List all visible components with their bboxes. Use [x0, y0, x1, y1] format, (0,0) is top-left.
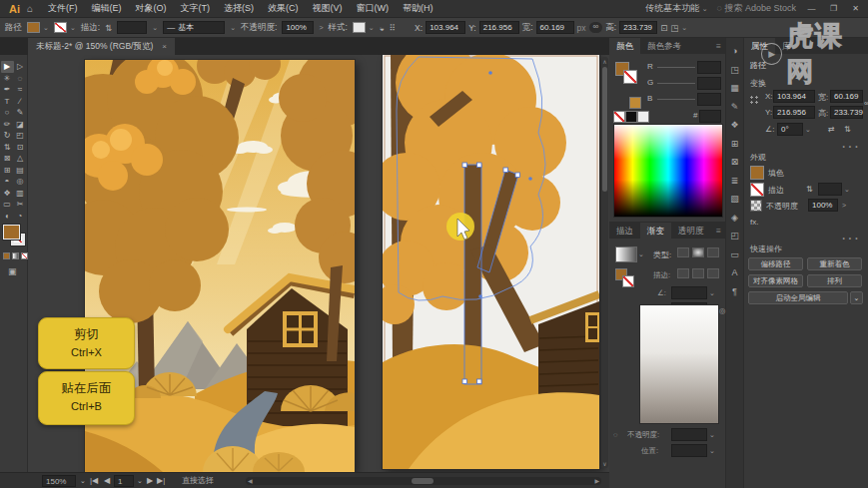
tool-eyedropper[interactable]: ◓ — [1, 176, 14, 188]
restore-button[interactable]: ❐ — [827, 4, 840, 13]
gradient-opacity-input[interactable] — [671, 428, 707, 441]
flip-vertical-icon[interactable]: ⇅ — [844, 125, 851, 134]
tab-gradient[interactable]: 渐变 — [640, 223, 671, 239]
tab-transparency[interactable]: 透明度 — [671, 223, 711, 239]
brush-definition-dropdown[interactable]: — 基本 — [163, 21, 225, 34]
appearance-stroke-swatch[interactable] — [750, 183, 764, 197]
minimize-button[interactable]: — — [805, 4, 818, 13]
artboard-2[interactable] — [383, 55, 599, 469]
opacity-input[interactable]: 100% — [282, 21, 314, 34]
recolor-artwork-icon[interactable]: ◒ — [380, 23, 385, 33]
artboard-dropdown-icon[interactable]: ⌄ — [137, 475, 143, 487]
appearance-fill-swatch[interactable] — [750, 166, 764, 180]
panel-stroke-swatch[interactable] — [623, 70, 637, 84]
slider-b[interactable] — [657, 99, 695, 100]
stroke-within-button[interactable] — [677, 268, 689, 278]
tool-eraser[interactable]: ◪ — [14, 119, 27, 131]
vertical-scrollbar[interactable]: ∧ ∨ — [601, 57, 608, 468]
fill-type-gradient[interactable] — [12, 252, 19, 259]
image-trace-panel-icon[interactable]: ▧ — [730, 194, 739, 204]
panel-menu-icon[interactable]: ≡ — [716, 223, 725, 239]
screen-mode-icon[interactable]: ▣ — [8, 266, 17, 276]
horizontal-scroll-thumb[interactable] — [412, 478, 434, 484]
tool-artboard[interactable]: ▭ — [1, 199, 14, 211]
offset-path-button[interactable]: 偏移路径 — [748, 257, 803, 270]
gradient-swatch[interactable] — [615, 246, 637, 262]
color-guide-panel-icon[interactable]: ◳ — [730, 65, 739, 75]
swatches-panel-icon[interactable]: ▦ — [730, 83, 739, 93]
stroke-along-button[interactable] — [692, 268, 704, 278]
layers-panel-icon[interactable]: ◈ — [731, 213, 738, 223]
more-options-icon[interactable]: ··· — [841, 230, 860, 247]
tab-properties[interactable]: 属性 — [744, 38, 775, 54]
artboards-panel-icon[interactable]: ▭ — [730, 249, 739, 259]
symbols-panel-icon[interactable]: ❖ — [730, 120, 738, 130]
stroke-stepper-icon[interactable]: ⇅ — [806, 185, 813, 194]
stroke-color-swatch[interactable]: ⌄ — [54, 22, 76, 33]
style-dropdown[interactable]: ⌄ — [353, 22, 375, 33]
tool-lasso[interactable]: ◌ — [14, 73, 27, 85]
more-options-icon[interactable]: ··· — [841, 138, 860, 156]
x-input[interactable]: 103.964 — [426, 21, 465, 34]
scroll-down-icon[interactable]: ∨ — [601, 460, 608, 467]
asset-export-panel-icon[interactable]: ◰ — [730, 231, 739, 241]
tool-column-graph[interactable]: ▥ — [14, 188, 27, 200]
paragraph-panel-icon[interactable]: ¶ — [732, 286, 737, 296]
value-r[interactable] — [697, 61, 721, 74]
opacity-options-icon[interactable]: > — [319, 24, 323, 31]
transform-panel-icon[interactable]: ⊞ — [731, 139, 739, 149]
pathfinder-panel-icon[interactable]: ⊠ — [731, 157, 739, 167]
brushes-panel-icon[interactable]: ✎ — [731, 102, 739, 112]
none-swatch[interactable] — [613, 111, 625, 123]
tool-rotate[interactable]: ↻ — [1, 130, 14, 142]
stroke-weight-dropdown[interactable] — [818, 183, 842, 196]
prop-h-input[interactable]: 233.739 — [830, 106, 863, 119]
home-icon[interactable]: ⌂ — [27, 3, 33, 14]
tool-blend[interactable]: ◎ — [14, 176, 27, 188]
prop-y-input[interactable]: 216.956 — [773, 106, 815, 119]
link-icon[interactable]: ∞ — [864, 99, 868, 108]
freeform-gradient-button[interactable] — [707, 247, 719, 257]
tool-hand[interactable]: ◖ — [1, 211, 14, 223]
scroll-left-icon[interactable]: ◀ — [248, 477, 253, 485]
fill-color-swatch[interactable]: ⌄ — [27, 22, 49, 33]
opacity-options-icon[interactable]: > — [842, 202, 846, 209]
last-artboard-icon[interactable]: ▶| — [157, 475, 165, 487]
app-logo[interactable]: Ai — [9, 3, 20, 15]
first-artboard-icon[interactable]: |◀ — [90, 475, 98, 487]
menu-window[interactable]: 窗口(W) — [350, 2, 397, 15]
tool-pen[interactable]: ✒ — [1, 84, 14, 96]
fill-type-color[interactable] — [3, 252, 10, 259]
tool-width[interactable]: ⇅ — [1, 142, 14, 154]
tab-close-icon[interactable]: × — [162, 38, 167, 55]
prev-artboard-icon[interactable]: ◀ — [104, 475, 110, 487]
arrange-button[interactable]: 排列 — [807, 274, 862, 287]
black-swatch[interactable] — [625, 111, 637, 123]
menu-edit[interactable]: 编辑(E) — [85, 2, 129, 15]
tool-line-segment[interactable]: ∕ — [14, 96, 27, 108]
align-options-icon[interactable]: ◳ — [670, 23, 678, 33]
tool-direct-selection[interactable]: ▷ — [14, 61, 27, 73]
artboard-number[interactable]: 1 — [114, 475, 134, 487]
transform-options-icon[interactable]: ⊡ — [660, 23, 667, 33]
white-swatch[interactable] — [637, 111, 649, 123]
tool-shape-builder[interactable]: ⊠ — [1, 153, 14, 165]
reference-point-selector[interactable] — [748, 94, 760, 106]
menu-type[interactable]: 文字(T) — [174, 2, 218, 15]
panel-menu-icon[interactable]: ≡ — [716, 38, 725, 54]
value-g[interactable] — [697, 77, 721, 90]
tool-type[interactable]: T — [1, 96, 14, 108]
prop-x-input[interactable]: 103.964 — [773, 90, 815, 103]
value-b[interactable] — [697, 93, 721, 106]
scroll-up-icon[interactable]: ∧ — [601, 58, 608, 65]
tool-curvature[interactable]: ≈ — [14, 84, 27, 96]
slider-r[interactable] — [657, 67, 695, 68]
color-panel-icon[interactable]: ◑ — [732, 46, 737, 56]
recolor-button[interactable]: 重新着色 — [807, 257, 862, 270]
stepper-icon[interactable]: ⇅ — [105, 23, 112, 33]
workspace-switcher[interactable]: 传统基本功能 ⌄ — [645, 2, 707, 15]
control-grid-icon[interactable]: ⠿ — [390, 23, 396, 33]
tool-zoom[interactable]: ◔ — [14, 211, 27, 223]
prop-opacity-label[interactable]: 不透明度 — [766, 201, 798, 212]
tool-slice[interactable]: ✂ — [14, 199, 27, 211]
